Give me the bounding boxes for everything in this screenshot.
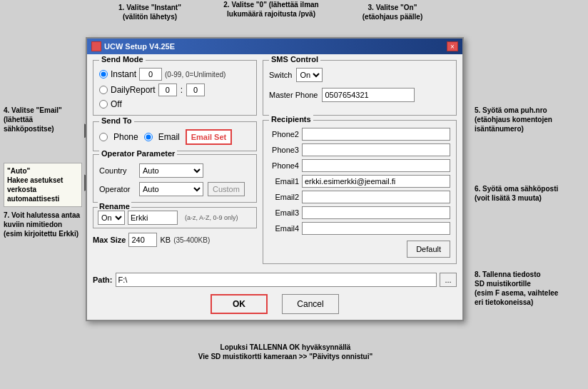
off-label: Off (111, 99, 122, 109)
default-button[interactable]: Default (407, 241, 450, 258)
main-dialog: UCW Setup V4.25E × Send Mode Instant (0-… (86, 37, 464, 321)
custom-button[interactable]: Custom (208, 182, 245, 196)
operator-group: Operator Parameter Country Auto Finland … (93, 154, 257, 203)
rename-label: Rename (98, 202, 131, 211)
instant-radio[interactable] (99, 70, 108, 79)
off-radio[interactable] (99, 100, 108, 108)
send-mode-group: Send Mode Instant (0-99, 0=Unlimited) Da… (93, 60, 257, 116)
annotation-1: 1. Valitse "Instant" (välitön lähetys) (100, 3, 200, 21)
phone2-label: Phone2 (269, 130, 299, 138)
annotation-bottom: Lopuksi TALLENNA OK hyväksynnällä Vie SD… (164, 343, 407, 361)
rename-name-input[interactable] (128, 211, 178, 225)
switch-label: Switch (269, 71, 292, 79)
dialog-body: Send Mode Instant (0-99, 0=Unlimited) Da… (87, 54, 462, 270)
email2-row: Email2 (269, 191, 450, 203)
titlebar-icon (91, 41, 101, 51)
rename-select[interactable]: On Off (98, 211, 125, 225)
phone-radio[interactable] (99, 133, 108, 141)
email1-label: Email1 (269, 177, 299, 186)
phone-label: Phone (113, 132, 138, 142)
email-radio[interactable] (144, 133, 153, 141)
country-row: Country Auto Finland Sweden (99, 163, 250, 178)
country-label: Country (99, 166, 135, 175)
instant-value-input[interactable] (139, 68, 162, 81)
master-phone-input[interactable] (322, 88, 415, 102)
maxsize-input[interactable] (128, 233, 157, 247)
email3-input[interactable] (302, 206, 450, 219)
annotation-7: 7. Voit halutessa antaa kuviin nimitiedo… (4, 211, 82, 238)
recipients-label: Recipients (269, 115, 313, 123)
daily-hour-input[interactable] (158, 84, 177, 96)
email-label: Email (158, 132, 180, 142)
switch-row: Switch On Off (269, 68, 450, 82)
annotation-4: 4. Valitse "Email" (lähettää sähköpostit… (4, 106, 82, 133)
left-column: Send To Phone Email Email Set Operator P… (93, 120, 257, 264)
email-set-button[interactable]: Email Set (186, 129, 233, 145)
rename-group: Rename On Off (a-z, A-Z, 0-9 only) (93, 207, 257, 228)
operator-row: Operator Auto Custom (99, 182, 250, 196)
middle-row: Send To Phone Email Email Set Operator P… (93, 120, 457, 264)
phone4-row: Phone4 (269, 159, 450, 172)
phone3-row: Phone3 (269, 143, 450, 156)
path-input[interactable] (116, 273, 437, 287)
recipients-group: Recipients Phone2 Phone3 Phone4 Email1 (263, 120, 457, 264)
operator-label: Operator Parameter (99, 149, 177, 158)
titlebar-title: UCW Setup V4.25E (104, 42, 175, 51)
maxsize-label: Max Size (93, 236, 126, 244)
master-phone-row: Master Phone (269, 88, 450, 102)
annotation-8: 8. Tallenna tiedosto SD muistikortille (… (475, 270, 567, 307)
cancel-button[interactable]: Cancel (282, 294, 339, 314)
off-row: Off (99, 99, 250, 109)
email4-input[interactable] (302, 222, 450, 235)
sms-control-group: SMS Control Switch On Off Master Phone (263, 60, 457, 116)
instant-label: Instant (111, 69, 136, 79)
phone4-input[interactable] (302, 159, 450, 172)
titlebar-left: UCW Setup V4.25E (91, 41, 175, 51)
daily-report-radio[interactable] (99, 86, 108, 94)
annotation-2: 2. Valitse "0" (lähettää ilman lukumäärä… (211, 0, 332, 19)
maxsize-hint: (35-400KB) (173, 236, 210, 244)
annotation-3: 3. Valitse "On" (etäohjaus päälle) (350, 3, 435, 21)
send-to-label: Send To (99, 116, 134, 125)
switch-select[interactable]: On Off (296, 68, 323, 82)
titlebar: UCW Setup V4.25E × (87, 39, 462, 54)
email4-row: Email4 (269, 222, 450, 235)
rename-hint: (a-z, A-Z, 0-9 only) (185, 214, 238, 221)
send-mode-label: Send Mode (99, 55, 146, 64)
dialog-buttons: OK Cancel (87, 290, 462, 320)
email3-label: Email3 (269, 208, 299, 217)
email1-row: Email1 (269, 175, 450, 188)
country-select[interactable]: Auto Finland Sweden (139, 163, 203, 178)
instant-row: Instant (0-99, 0=Unlimited) (99, 68, 250, 81)
ok-button[interactable]: OK (211, 294, 268, 314)
top-row: Send Mode Instant (0-99, 0=Unlimited) Da… (93, 60, 457, 116)
email3-row: Email3 (269, 206, 450, 219)
path-label: Path: (93, 276, 113, 284)
path-row: Path: ... (87, 270, 462, 290)
sendto-row: Phone Email Email Set (99, 129, 250, 145)
operator-select[interactable]: Auto (139, 182, 203, 196)
annotation-auto: "Auto" Hakee asetukset verkosta automaat… (4, 163, 82, 207)
phone2-input[interactable] (302, 128, 450, 141)
daily-report-label: DailyReport (111, 85, 156, 95)
maxsize-unit: KB (160, 236, 171, 244)
sms-control-label: SMS Control (269, 55, 320, 64)
phone2-row: Phone2 (269, 128, 450, 141)
annotation-6: 6. Syötä oma sähköposti (voit lisätä 3 m… (475, 184, 567, 203)
email4-label: Email4 (269, 224, 299, 233)
phone3-label: Phone3 (269, 146, 299, 154)
phone3-input[interactable] (302, 143, 450, 156)
daily-minute-input[interactable] (186, 84, 205, 96)
close-button[interactable]: × (447, 41, 458, 51)
master-phone-label: Master Phone (269, 91, 318, 99)
phone4-label: Phone4 (269, 161, 299, 170)
maxsize-row: Max Size KB (35-400KB) (93, 233, 257, 247)
instant-hint: (0-99, 0=Unlimited) (165, 71, 225, 79)
browse-button[interactable]: ... (440, 273, 457, 287)
email2-label: Email2 (269, 193, 299, 201)
daily-report-row: DailyReport : (99, 84, 250, 96)
email2-input[interactable] (302, 191, 450, 203)
operator-param-label: Operator (99, 185, 135, 193)
send-to-group: Send To Phone Email Email Set (93, 121, 257, 151)
email1-input[interactable] (302, 175, 450, 188)
